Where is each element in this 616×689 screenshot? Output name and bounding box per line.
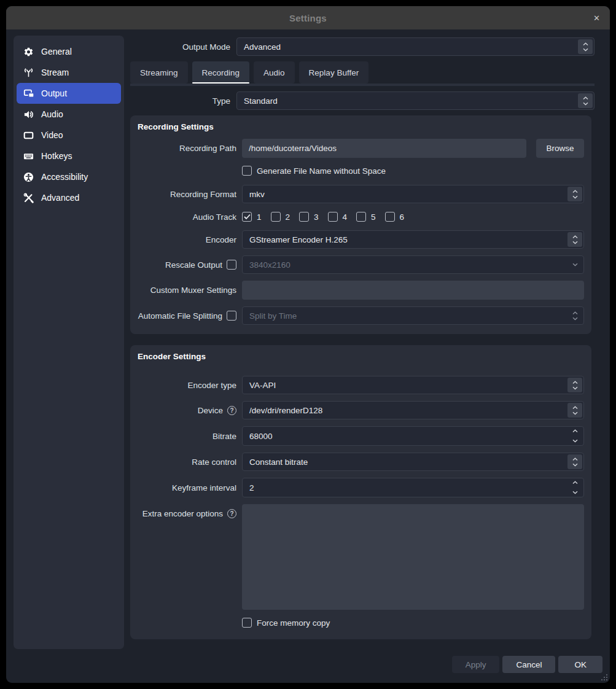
auto-split-checkbox[interactable]	[227, 311, 236, 321]
sidebar-item-stream[interactable]: Stream	[17, 62, 121, 83]
chevron-up-icon[interactable]	[572, 429, 578, 433]
rescale-resolution-select: 3840x2160	[242, 255, 584, 274]
audio-track-5-checkbox[interactable]: 5	[356, 212, 376, 222]
audio-track-label: Audio Track	[138, 212, 242, 222]
encoder-type-value: VA-API	[249, 381, 276, 390]
chevron-down-icon[interactable]	[572, 491, 578, 494]
encoder-settings-title: Encoder Settings	[138, 352, 584, 361]
keyboard-icon	[23, 150, 34, 162]
rate-control-row: Rate control Constant bitrate	[138, 453, 584, 471]
encoder-select[interactable]: GStreamer Encoder H.265	[242, 230, 584, 249]
device-select[interactable]: /dev/dri/renderD128	[242, 401, 584, 419]
chevron-down-icon	[567, 257, 582, 272]
rate-control-label: Rate control	[138, 457, 242, 467]
sidebar-item-video[interactable]: Video	[17, 125, 121, 146]
ok-button[interactable]: OK	[558, 656, 602, 673]
tab-replay-buffer[interactable]: Replay Buffer	[299, 61, 369, 84]
custom-muxer-input[interactable]	[242, 281, 584, 300]
cancel-button[interactable]: Cancel	[502, 656, 555, 673]
audio-track-3-label: 3	[314, 212, 319, 222]
accessibility-icon	[23, 171, 34, 183]
keyframe-interval-spinbox[interactable]	[242, 478, 584, 497]
spinner-chevrons-icon[interactable]	[567, 187, 582, 201]
encoder-row: Encoder GStreamer Encoder H.265	[138, 230, 584, 249]
device-label: Device	[198, 406, 223, 415]
auto-split-label: Automatic File Splitting	[138, 311, 222, 321]
recording-path-label: Recording Path	[138, 144, 242, 153]
rescale-output-checkbox[interactable]	[227, 260, 236, 270]
output-tabs: Streaming Recording Audio Replay Buffer	[130, 61, 595, 84]
display-output-icon	[23, 88, 34, 99]
browse-button[interactable]: Browse	[536, 139, 584, 158]
device-row: Device ? /dev/dri/renderD128	[138, 401, 584, 419]
spinner-chevrons-icon[interactable]	[567, 378, 582, 392]
keyframe-interval-label: Keyframe interval	[138, 483, 242, 492]
type-row: Type Standard	[130, 91, 595, 110]
help-icon[interactable]: ?	[227, 406, 236, 415]
audio-track-6-checkbox[interactable]: 6	[385, 212, 405, 222]
recording-path-input[interactable]	[242, 139, 526, 158]
tools-icon	[23, 192, 34, 204]
encoder-type-label: Encoder type	[138, 381, 242, 390]
rescale-resolution-value: 3840x2160	[249, 260, 290, 270]
tab-recording[interactable]: Recording	[192, 61, 250, 84]
tab-audio[interactable]: Audio	[254, 61, 295, 84]
tab-streaming[interactable]: Streaming	[130, 61, 188, 84]
window-title: Settings	[289, 13, 327, 23]
keyframe-interval-row: Keyframe interval	[138, 478, 584, 497]
custom-muxer-row: Custom Muxer Settings	[138, 281, 584, 300]
sidebar-item-hotkeys[interactable]: Hotkeys	[17, 146, 121, 166]
audio-track-3-checkbox[interactable]: 3	[299, 212, 319, 222]
spinner-chevrons-icon[interactable]	[567, 232, 582, 247]
auto-split-value: Split by Time	[249, 311, 297, 321]
generate-no-space-checkbox[interactable]: Generate File Name without Space	[242, 166, 386, 176]
dialog-footer: Apply Cancel OK	[452, 656, 602, 673]
sidebar-item-accessibility[interactable]: Accessibility	[17, 166, 121, 187]
apply-button[interactable]: Apply	[452, 656, 500, 673]
keyframe-interval-input[interactable]	[243, 478, 583, 497]
recording-format-label: Recording Format	[138, 190, 242, 199]
chevron-down-icon[interactable]	[572, 439, 578, 443]
sidebar-item-general[interactable]: General	[17, 41, 121, 62]
output-mode-label: Output Mode	[130, 42, 236, 52]
audio-track-2-checkbox[interactable]: 2	[271, 212, 290, 222]
output-mode-select[interactable]: Advanced	[236, 37, 595, 56]
resize-grip[interactable]	[600, 673, 607, 680]
audio-track-4-label: 4	[343, 212, 348, 222]
settings-window: Settings ✕ General Stream	[6, 6, 610, 683]
bitrate-input[interactable]	[243, 427, 583, 445]
output-mode-value: Advanced	[244, 42, 281, 52]
device-value: /dev/dri/renderD128	[249, 406, 322, 415]
auto-split-row: Automatic File Splitting Split by Time	[138, 306, 584, 325]
sidebar-item-label: Advanced	[41, 193, 79, 203]
sidebar-item-label: Accessibility	[41, 172, 88, 182]
audio-track-1-checkbox[interactable]: 1	[242, 212, 262, 222]
spinner-chevrons-icon[interactable]	[567, 403, 582, 418]
close-icon[interactable]: ✕	[593, 6, 600, 29]
rate-control-select[interactable]: Constant bitrate	[242, 453, 584, 471]
output-mode-row: Output Mode Advanced	[130, 37, 595, 56]
recording-format-select[interactable]: mkv	[242, 185, 584, 203]
sidebar-item-advanced[interactable]: Advanced	[17, 187, 121, 208]
custom-muxer-label: Custom Muxer Settings	[138, 286, 242, 295]
extra-options-textarea[interactable]	[242, 504, 584, 610]
spinner-chevrons-icon[interactable]	[578, 93, 593, 108]
force-memory-copy-checkbox[interactable]: Force memory copy	[242, 618, 330, 628]
sidebar-item-label: General	[41, 47, 72, 56]
sidebar-item-output[interactable]: Output	[17, 83, 121, 104]
sidebar-item-label: Hotkeys	[41, 151, 72, 161]
bitrate-spinbox[interactable]	[242, 426, 584, 446]
rate-control-value: Constant bitrate	[249, 457, 308, 467]
help-icon[interactable]: ?	[227, 509, 236, 518]
audio-track-4-checkbox[interactable]: 4	[328, 212, 348, 222]
encoder-type-select[interactable]: VA-API	[242, 376, 584, 394]
sidebar-item-label: Video	[41, 130, 63, 140]
sidebar-item-audio[interactable]: Audio	[17, 104, 121, 125]
recording-format-row: Recording Format mkv	[138, 185, 584, 203]
bitrate-row: Bitrate	[138, 426, 584, 446]
spinner-chevrons-icon[interactable]	[578, 39, 593, 54]
encoder-type-row: Encoder type VA-API	[138, 376, 584, 394]
spinner-chevrons-icon[interactable]	[567, 454, 582, 469]
chevron-up-icon[interactable]	[572, 481, 578, 485]
type-select[interactable]: Standard	[236, 91, 595, 110]
